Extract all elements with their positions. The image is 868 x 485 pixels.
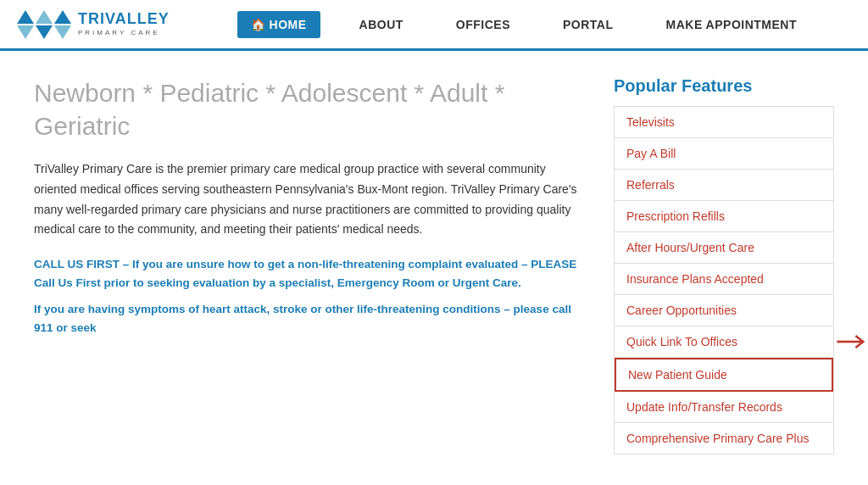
- logo-valley: VALLEY: [105, 11, 170, 28]
- triangle-5: [36, 25, 53, 39]
- triangle-6: [54, 25, 71, 39]
- nav-home[interactable]: 🏠 HOME: [237, 11, 320, 38]
- feature-quick-link[interactable]: Quick Link To Offices: [615, 326, 833, 358]
- feature-update-info[interactable]: Update Info/Transfer Records: [615, 392, 833, 423]
- nav-portal[interactable]: PORTAL: [549, 11, 627, 38]
- header: TRI VALLEY PRIMARY CARE 🏠 HOME ABOUT OFF…: [0, 0, 868, 51]
- left-content: Newborn * Pediatric * Adolescent * Adult…: [34, 76, 580, 468]
- feature-pay-a-bill[interactable]: Pay A Bill: [615, 138, 833, 170]
- feature-televisits[interactable]: Televisits: [615, 107, 833, 138]
- nav: 🏠 HOME ABOUT OFFICES PORTAL MAKE APPOINT…: [237, 11, 810, 38]
- features-list: Televisits Pay A Bill Referrals Prescrip…: [614, 106, 834, 454]
- feature-career-opportunities[interactable]: Career Opportunities: [615, 295, 833, 326]
- logo: TRI VALLEY PRIMARY CARE: [17, 10, 170, 39]
- nav-offices[interactable]: OFFICES: [442, 11, 524, 38]
- nav-about[interactable]: ABOUT: [346, 11, 417, 38]
- red-arrow-icon: [833, 329, 868, 354]
- feature-insurance-plans[interactable]: Insurance Plans Accepted: [615, 264, 833, 295]
- right-sidebar: Popular Features Televisits Pay A Bill R…: [614, 76, 834, 468]
- feature-new-patient-guide[interactable]: New Patient Guide: [615, 358, 833, 392]
- logo-text: TRI VALLEY PRIMARY CARE: [78, 11, 170, 37]
- logo-triangles: [17, 10, 71, 39]
- popular-features-title: Popular Features: [614, 76, 834, 96]
- feature-prescription-refills[interactable]: Prescription Refills: [615, 201, 833, 232]
- main-container: Newborn * Pediatric * Adolescent * Adult…: [0, 51, 868, 485]
- feature-referrals[interactable]: Referrals: [615, 170, 833, 201]
- triangle-3: [54, 10, 71, 24]
- triangle-1: [17, 10, 34, 24]
- page-description: TriValley Primary Care is the premier pr…: [34, 159, 580, 240]
- call-first-text: CALL US FIRST – If you are unsure how to…: [34, 255, 580, 292]
- feature-after-hours[interactable]: After Hours/Urgent Care: [615, 232, 833, 264]
- triangle-2: [36, 10, 53, 24]
- warning-text: If you are having symptoms of heart atta…: [34, 300, 580, 337]
- logo-sub: PRIMARY CARE: [78, 30, 170, 37]
- feature-comprehensive-pcp[interactable]: Comprehensive Primary Care Plus: [615, 423, 833, 454]
- nav-make-appointment[interactable]: MAKE APPOINTMENT: [653, 11, 810, 38]
- home-icon: 🏠: [251, 18, 270, 31]
- logo-tri: TRI: [78, 11, 105, 28]
- triangle-4: [17, 25, 34, 39]
- page-heading: Newborn * Pediatric * Adolescent * Adult…: [34, 76, 580, 142]
